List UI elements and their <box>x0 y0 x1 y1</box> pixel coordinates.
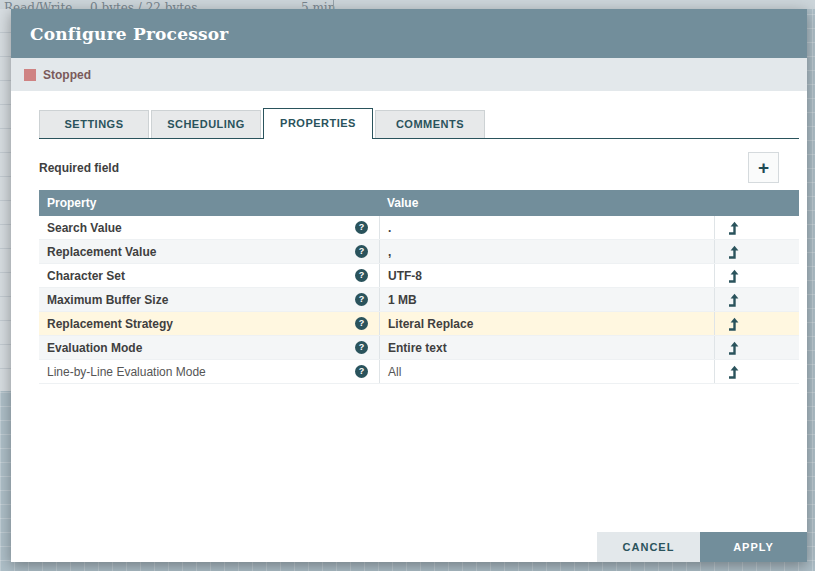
level-up-arrow-icon[interactable] <box>727 365 740 379</box>
property-value: . <box>388 221 391 235</box>
property-name-cell: Search Value ? <box>39 216 379 239</box>
property-value: Literal Replace <box>388 317 473 331</box>
background-time-range: 5 min <box>301 1 335 9</box>
property-name: Replacement Strategy <box>47 317 173 331</box>
background-stats-label: Read/Write <box>4 1 72 9</box>
background-divider <box>333 0 334 9</box>
add-property-button[interactable]: + <box>748 152 779 183</box>
level-up-arrow-icon[interactable] <box>727 317 740 331</box>
property-name: Replacement Value <box>47 245 156 259</box>
property-name: Search Value <box>47 221 122 235</box>
tab-settings[interactable]: SETTINGS <box>39 110 149 138</box>
processor-status-bar: Stopped <box>11 58 807 91</box>
help-icon[interactable]: ? <box>355 317 368 330</box>
property-action-cell <box>714 288 799 311</box>
property-value-cell[interactable]: . <box>379 216 714 239</box>
help-icon[interactable]: ? <box>355 245 368 258</box>
property-name-cell: Replacement Value ? <box>39 240 379 263</box>
tab-comments[interactable]: COMMENTS <box>375 110 485 138</box>
property-name: Character Set <box>47 269 125 283</box>
help-icon[interactable]: ? <box>355 365 368 378</box>
background-stats-value: 0 bytes / 22 bytes <box>90 1 197 9</box>
level-up-arrow-icon[interactable] <box>727 269 740 283</box>
configure-processor-dialog: Configure Processor Stopped SETTINGS SCH… <box>11 9 807 562</box>
level-up-arrow-icon[interactable] <box>727 221 740 235</box>
dialog-header: Configure Processor <box>11 9 807 58</box>
property-name-cell: Line-by-Line Evaluation Mode ? <box>39 360 379 383</box>
status-label: Stopped <box>43 68 91 82</box>
stopped-icon <box>24 69 36 81</box>
property-value: Entire text <box>388 341 447 355</box>
background-page-strip: Read/Write 0 bytes / 22 bytes 5 min <box>0 0 815 9</box>
properties-table: Property Value Search Value ? . Replacem… <box>39 190 799 384</box>
property-name-cell: Evaluation Mode ? <box>39 336 379 359</box>
table-row-highlighted[interactable]: Replacement Strategy ? Literal Replace <box>39 312 799 336</box>
property-value: 1 MB <box>388 293 417 307</box>
dialog-footer: CANCEL APPLY <box>597 532 807 562</box>
property-value: , <box>388 245 391 259</box>
property-action-cell <box>714 264 799 287</box>
property-value-cell[interactable]: All <box>379 360 714 383</box>
property-name-cell: Replacement Strategy ? <box>39 312 379 335</box>
help-icon[interactable]: ? <box>355 269 368 282</box>
tab-properties[interactable]: PROPERTIES <box>263 108 373 139</box>
apply-button[interactable]: APPLY <box>700 532 807 562</box>
level-up-arrow-icon[interactable] <box>727 341 740 355</box>
table-row[interactable]: Evaluation Mode ? Entire text <box>39 336 799 360</box>
property-action-cell <box>714 240 799 263</box>
tab-scheduling[interactable]: SCHEDULING <box>151 110 261 138</box>
property-value-cell[interactable]: 1 MB <box>379 288 714 311</box>
property-name-cell: Maximum Buffer Size ? <box>39 288 379 311</box>
table-row[interactable]: Search Value ? . <box>39 216 799 240</box>
property-value: All <box>388 365 401 379</box>
cancel-button[interactable]: CANCEL <box>597 532 700 562</box>
level-up-arrow-icon[interactable] <box>727 293 740 307</box>
table-toolbar: Required field + <box>39 152 779 183</box>
help-icon[interactable]: ? <box>355 341 368 354</box>
required-field-label: Required field <box>39 161 119 175</box>
column-header-property: Property <box>39 196 379 210</box>
table-row[interactable]: Replacement Value ? , <box>39 240 799 264</box>
property-action-cell <box>714 312 799 335</box>
property-name-cell: Character Set ? <box>39 264 379 287</box>
property-value-cell[interactable]: Literal Replace <box>379 312 714 335</box>
table-header-row: Property Value <box>39 190 799 216</box>
dialog-tabs: SETTINGS SCHEDULING PROPERTIES COMMENTS <box>39 108 799 139</box>
property-value-cell[interactable]: UTF-8 <box>379 264 714 287</box>
property-value: UTF-8 <box>388 269 422 283</box>
property-name: Evaluation Mode <box>47 341 142 355</box>
property-name: Line-by-Line Evaluation Mode <box>47 365 206 379</box>
table-row[interactable]: Maximum Buffer Size ? 1 MB <box>39 288 799 312</box>
property-value-cell[interactable]: , <box>379 240 714 263</box>
property-action-cell <box>714 360 799 383</box>
help-icon[interactable]: ? <box>355 221 368 234</box>
table-row[interactable]: Line-by-Line Evaluation Mode ? All <box>39 360 799 384</box>
property-action-cell <box>714 216 799 239</box>
table-row[interactable]: Character Set ? UTF-8 <box>39 264 799 288</box>
help-icon[interactable]: ? <box>355 293 368 306</box>
level-up-arrow-icon[interactable] <box>727 245 740 259</box>
dialog-title: Configure Processor <box>30 24 228 44</box>
property-value-cell[interactable]: Entire text <box>379 336 714 359</box>
background-table-edge <box>0 9 11 391</box>
column-header-value: Value <box>379 196 714 210</box>
property-name: Maximum Buffer Size <box>47 293 168 307</box>
property-action-cell <box>714 336 799 359</box>
